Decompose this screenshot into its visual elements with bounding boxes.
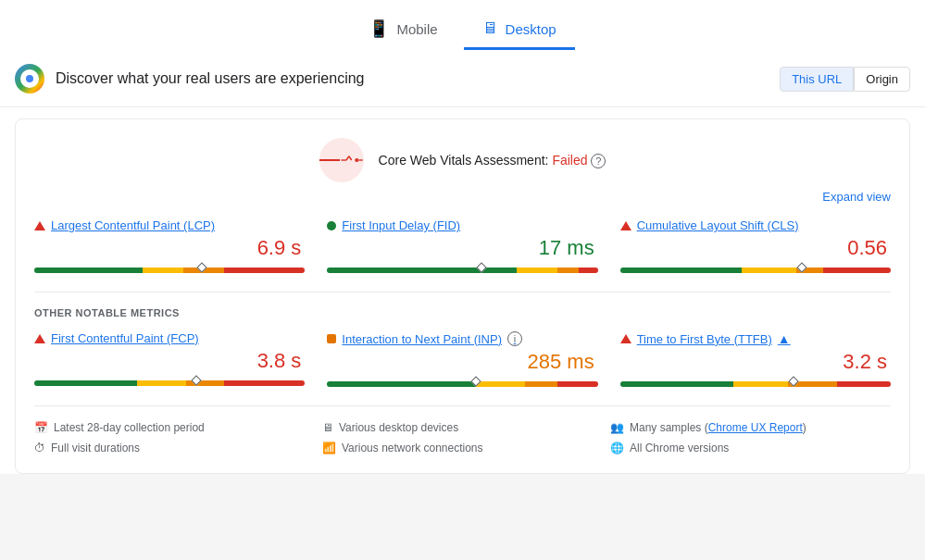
metric-ttfb-label[interactable]: Time to First Byte (TTFB) ▲ <box>620 331 891 346</box>
inp-name: Interaction to Next Paint (INP) <box>342 332 502 346</box>
metric-inp: Interaction to Next Paint (INP) i 285 ms <box>327 331 597 387</box>
cls-bar <box>620 268 891 273</box>
ttfb-extra-icon: ▲ <box>778 331 791 346</box>
core-metrics-grid: Largest Contentful Paint (LCP) 6.9 s <box>34 218 891 273</box>
assessment-help-icon[interactable]: ? <box>591 154 606 168</box>
footer-collection-period: 📅 Latest 28-day collection period <box>34 421 315 434</box>
footer-desktop-devices: 🖥 Various desktop devices <box>322 421 603 434</box>
metric-cls: Cumulative Layout Shift (CLS) 0.56 <box>620 218 891 273</box>
main-card: Core Web Vitals Assessment: Failed ? Exp… <box>15 118 910 474</box>
fcp-bar <box>34 380 305 386</box>
footer-durations-text: Full visit durations <box>51 442 140 454</box>
fid-bar <box>327 268 597 273</box>
logo <box>15 64 44 93</box>
footer-network: 📶 Various network connections <box>322 442 603 454</box>
this-url-button[interactable]: This URL <box>780 67 854 92</box>
assessment-status: Failed <box>552 153 587 168</box>
footer-visit-durations: ⏱ Full visit durations <box>34 442 315 454</box>
users-icon: 👥 <box>610 421 624 434</box>
lcp-value: 6.9 s <box>34 236 305 260</box>
footer-desktop-text: Various desktop devices <box>339 421 458 434</box>
metric-cls-label[interactable]: Cumulative Layout Shift (CLS) <box>620 218 891 232</box>
footer-network-text: Various network connections <box>342 442 483 454</box>
header-title: Discover what your real users are experi… <box>56 70 769 87</box>
timer-icon: ⏱ <box>34 442 45 454</box>
inp-indicator <box>327 334 336 343</box>
assessment-header: Core Web Vitals Assessment: Failed ? <box>34 138 891 182</box>
section-label: OTHER NOTABLE METRICS <box>34 307 891 318</box>
inp-value: 285 ms <box>327 350 597 374</box>
svg-point-3 <box>355 158 358 162</box>
ttfb-bar <box>620 381 891 387</box>
footer-collection-text: Latest 28-day collection period <box>54 421 205 434</box>
other-metrics-grid: First Contentful Paint (FCP) 3.8 s <box>34 331 891 387</box>
metrics-divider <box>34 292 891 292</box>
footer-chrome-text: All Chrome versions <box>630 442 729 454</box>
fid-value: 17 ms <box>327 236 597 260</box>
lcp-name: Largest Contentful Paint (LCP) <box>51 218 215 232</box>
assessment-title: Core Web Vitals Assessment: <box>379 153 549 168</box>
tab-mobile[interactable]: 📱 Mobile <box>350 11 456 51</box>
fcp-value: 3.8 s <box>34 349 305 373</box>
origin-button[interactable]: Origin <box>854 67 910 92</box>
assessment-title-group: Core Web Vitals Assessment: Failed ? <box>379 153 606 168</box>
metric-ttfb: Time to First Byte (TTFB) ▲ 3.2 s <box>620 331 891 387</box>
inp-bar <box>327 381 597 387</box>
desktop-tab-label: Desktop <box>506 21 556 37</box>
network-icon: 📶 <box>322 442 336 454</box>
lcp-bar <box>34 268 305 273</box>
ttfb-indicator <box>620 334 631 343</box>
cls-name: Cumulative Layout Shift (CLS) <box>637 218 799 232</box>
chrome-icon: 🌐 <box>610 442 624 454</box>
metric-fcp-label[interactable]: First Contentful Paint (FCP) <box>34 331 305 345</box>
fid-name: First Input Delay (FID) <box>342 218 460 232</box>
footer-samples: 👥 Many samples (Chrome UX Report) <box>610 421 891 434</box>
calendar-icon: 📅 <box>34 421 48 434</box>
metric-lcp: Largest Contentful Paint (LCP) 6.9 s <box>34 218 305 273</box>
metric-inp-label[interactable]: Interaction to Next Paint (INP) i <box>327 331 597 346</box>
fid-indicator <box>327 221 336 230</box>
metric-fid-label[interactable]: First Input Delay (FID) <box>327 218 597 232</box>
footer-chrome-versions: 🌐 All Chrome versions <box>610 442 891 454</box>
metric-fid: First Input Delay (FID) 17 ms <box>327 218 597 273</box>
ttfb-name: Time to First Byte (TTFB) <box>637 332 772 346</box>
cls-indicator <box>620 221 631 230</box>
url-origin-buttons: This URL Origin <box>780 67 910 92</box>
desktop-devices-icon: 🖥 <box>322 421 333 434</box>
fcp-indicator <box>34 334 45 343</box>
expand-view-link[interactable]: Expand view <box>34 190 891 204</box>
metric-fcp: First Contentful Paint (FCP) 3.8 s <box>34 331 305 387</box>
footer-info: 📅 Latest 28-day collection period 🖥 Vari… <box>34 405 891 454</box>
lcp-indicator <box>34 221 45 230</box>
desktop-icon: 🖥 <box>482 19 498 38</box>
footer-samples-text: Many samples (Chrome UX Report) <box>630 421 806 434</box>
cls-value: 0.56 <box>620 236 891 260</box>
metric-lcp-label[interactable]: Largest Contentful Paint (LCP) <box>34 218 305 232</box>
svg-line-2 <box>349 156 352 160</box>
tab-desktop[interactable]: 🖥 Desktop <box>464 12 575 50</box>
ttfb-value: 3.2 s <box>620 350 891 374</box>
view-tabs: 📱 Mobile 🖥 Desktop <box>0 0 925 51</box>
fcp-name: First Contentful Paint (FCP) <box>51 331 199 345</box>
inp-help-icon[interactable]: i <box>507 331 522 346</box>
header-bar: Discover what your real users are experi… <box>0 51 925 107</box>
assessment-icon <box>319 138 364 182</box>
mobile-icon: 📱 <box>369 19 389 39</box>
chrome-ux-link[interactable]: Chrome UX Report <box>708 421 803 434</box>
mobile-tab-label: Mobile <box>396 21 437 37</box>
